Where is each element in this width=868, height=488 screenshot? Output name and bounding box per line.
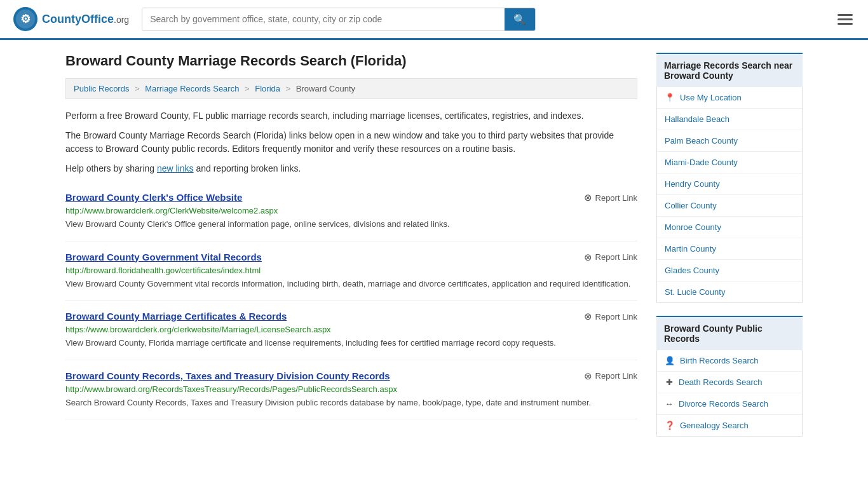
result-item: Broward County Government Vital Records …: [65, 241, 637, 301]
menu-button[interactable]: [835, 11, 855, 27]
results-list: Broward County Clerk's Office Website ⊗ …: [65, 182, 637, 419]
list-item: 📍 Use My Location: [657, 87, 802, 109]
nearby-list: 📍 Use My Location Hallandale Beach Palm …: [656, 87, 803, 303]
logo-icon: ⚙: [13, 6, 38, 32]
list-item: Hendry County: [657, 173, 802, 195]
divorce-icon: ↔: [665, 399, 674, 409]
result-url-2[interactable]: http://broward.floridahealth.gov/certifi…: [65, 266, 637, 275]
list-item: St. Lucie County: [657, 281, 802, 302]
sidebar: Marriage Records Search near Broward Cou…: [656, 53, 803, 449]
nearby-glades[interactable]: Glades County: [657, 260, 802, 281]
breadcrumb-broward: Broward County: [296, 84, 355, 93]
breadcrumb-florida[interactable]: Florida: [255, 84, 280, 93]
logo-text: CountyOffice.org: [42, 13, 129, 26]
result-desc-2: View Broward County Government vital rec…: [65, 278, 637, 290]
search-input[interactable]: [142, 8, 505, 30]
nearby-martin[interactable]: Martin County: [657, 238, 802, 259]
result-item: Broward County Records, Taxes and Treasu…: [65, 360, 637, 420]
list-item: Monroe County: [657, 217, 802, 238]
nearby-palm-beach[interactable]: Palm Beach County: [657, 130, 802, 151]
report-icon-4: ⊗: [584, 370, 592, 382]
breadcrumb: Public Records > Marriage Records Search…: [65, 78, 637, 99]
report-icon-1: ⊗: [584, 192, 592, 203]
location-icon: 📍: [665, 93, 675, 102]
page-title: Broward County Marriage Records Search (…: [65, 53, 637, 69]
nearby-section: Marriage Records Search near Broward Cou…: [656, 53, 803, 303]
breadcrumb-marriage-records[interactable]: Marriage Records Search: [145, 84, 239, 93]
new-links-link[interactable]: new links: [157, 163, 194, 173]
svg-text:⚙: ⚙: [20, 13, 31, 25]
report-icon-3: ⊗: [584, 311, 592, 322]
content-wrapper: Broward County Marriage Records Search (…: [53, 40, 815, 462]
nearby-collier[interactable]: Collier County: [657, 195, 802, 216]
report-link-4[interactable]: ⊗ Report Link: [584, 370, 637, 382]
death-icon: ✚: [665, 377, 674, 387]
main-content: Broward County Marriage Records Search (…: [65, 53, 637, 449]
logo-area: ⚙ CountyOffice.org: [13, 6, 129, 32]
search-button[interactable]: 🔍: [505, 8, 535, 30]
list-item: ❓ Genealogy Search: [657, 415, 802, 436]
nearby-hallandale[interactable]: Hallandale Beach: [657, 109, 802, 130]
result-desc-1: View Broward County Clerk's Office gener…: [65, 218, 637, 231]
result-title-1[interactable]: Broward County Clerk's Office Website: [65, 192, 242, 203]
report-link-1[interactable]: ⊗ Report Link: [584, 192, 637, 203]
nearby-title: Marriage Records Search near Broward Cou…: [656, 53, 803, 87]
result-item: Broward County Marriage Certificates & R…: [65, 301, 637, 360]
intro-paragraph-1: Perform a free Broward County, FL public…: [65, 109, 637, 123]
list-item: ✚ Death Records Search: [657, 372, 802, 393]
result-desc-3: View Broward County, Florida marriage ce…: [65, 337, 637, 349]
nearby-use-location[interactable]: 📍 Use My Location: [657, 87, 802, 108]
nearby-miami-dade[interactable]: Miami-Dade County: [657, 152, 802, 173]
nearby-hendry[interactable]: Hendry County: [657, 173, 802, 194]
public-records-title: Broward County Public Records: [656, 316, 803, 350]
result-url-1[interactable]: http://www.browardclerk.org/ClerkWebsite…: [65, 206, 637, 215]
search-bar: 🔍: [142, 8, 536, 31]
public-records-list: 👤 Birth Records Search ✚ Death Records S…: [656, 350, 803, 437]
list-item: Glades County: [657, 260, 802, 281]
result-title-2[interactable]: Broward County Government Vital Records: [65, 252, 262, 262]
result-desc-4: Search Broward County Records, Taxes and…: [65, 396, 637, 409]
list-item: Palm Beach County: [657, 130, 802, 152]
nearby-monroe[interactable]: Monroe County: [657, 217, 802, 238]
list-item: ↔ Divorce Records Search: [657, 393, 802, 415]
list-item: 👤 Birth Records Search: [657, 350, 802, 372]
list-item: Martin County: [657, 238, 802, 260]
birth-icon: 👤: [665, 356, 675, 365]
list-item: Hallandale Beach: [657, 109, 802, 130]
breadcrumb-public-records[interactable]: Public Records: [74, 84, 129, 93]
list-item: Collier County: [657, 195, 802, 217]
genealogy-icon: ❓: [665, 421, 675, 430]
result-url-3[interactable]: https://www.browardclerk.org/clerkwebsit…: [65, 325, 637, 334]
death-records-link[interactable]: ✚ Death Records Search: [657, 372, 802, 393]
genealogy-link[interactable]: ❓ Genealogy Search: [657, 415, 802, 436]
result-item: Broward County Clerk's Office Website ⊗ …: [65, 182, 637, 241]
intro-paragraph-2: The Broward County Marriage Records Sear…: [65, 129, 637, 156]
public-records-section: Broward County Public Records 👤 Birth Re…: [656, 316, 803, 437]
result-url-4[interactable]: http://www.broward.org/RecordsTaxesTreas…: [65, 384, 637, 394]
birth-records-link[interactable]: 👤 Birth Records Search: [657, 350, 802, 371]
report-link-3[interactable]: ⊗ Report Link: [584, 311, 637, 322]
list-item: Miami-Dade County: [657, 152, 802, 173]
divorce-records-link[interactable]: ↔ Divorce Records Search: [657, 393, 802, 414]
result-title-4[interactable]: Broward County Records, Taxes and Treasu…: [65, 370, 390, 381]
intro-paragraph-3: Help others by sharing new links and rep…: [65, 162, 637, 175]
report-icon-2: ⊗: [584, 252, 592, 263]
report-link-2[interactable]: ⊗ Report Link: [584, 252, 637, 263]
nearby-st-lucie[interactable]: St. Lucie County: [657, 281, 802, 302]
header: ⚙ CountyOffice.org 🔍: [0, 0, 868, 40]
result-title-3[interactable]: Broward County Marriage Certificates & R…: [65, 311, 287, 322]
